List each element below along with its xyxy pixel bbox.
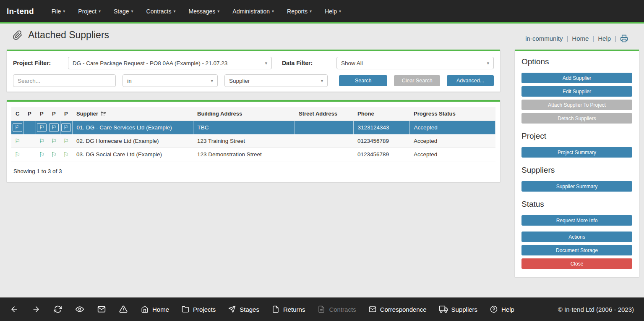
flag-icon[interactable]: ⚐ — [37, 123, 47, 132]
table-row[interactable]: ⚐ ⚐ ⚐ ⚐ 02. DG Homecare Ltd (Example) 12… — [11, 134, 495, 148]
flag-icon[interactable]: ⚐ — [51, 138, 57, 144]
bottom-nav-label: Home — [152, 306, 169, 313]
alerts-button[interactable] — [119, 305, 128, 313]
project-filter-select[interactable]: DG - Care Package Request - PO8 0AA (Exa… — [68, 57, 272, 69]
search-field-value: Supplier — [229, 78, 250, 84]
advanced-search-button[interactable]: Advanced... — [447, 75, 494, 86]
flag-icon[interactable]: ⚐ — [39, 138, 44, 144]
arrow-left-icon — [10, 305, 18, 313]
flag-icon[interactable]: ⚐ — [61, 123, 71, 132]
col-header-progress-status[interactable]: Progress Status — [409, 107, 495, 121]
bottom-nav-label: Returns — [283, 306, 305, 313]
flag-icon[interactable]: ⚐ — [63, 151, 69, 158]
request-more-info-button[interactable]: Request More Info — [521, 215, 632, 226]
project-filter-label: Project Filter: — [13, 60, 68, 66]
flag-icon[interactable]: ⚐ — [15, 151, 20, 158]
menu-contracts[interactable]: Contracts▾ — [146, 8, 176, 15]
bottom-nav-label: Projects — [193, 306, 216, 313]
view-button[interactable] — [76, 305, 84, 313]
eye-icon — [76, 305, 84, 313]
bottom-nav-label: Correspondence — [380, 306, 427, 313]
bottom-nav-suppliers[interactable]: Suppliers — [439, 305, 478, 313]
menu-reports[interactable]: Reports▾ — [287, 8, 312, 15]
bottom-nav-projects[interactable]: Projects — [182, 305, 216, 313]
project-summary-button[interactable]: Project Summary — [521, 147, 632, 158]
bottom-nav-contracts[interactable]: Contracts — [318, 305, 356, 313]
divider: | — [592, 35, 594, 42]
flag-icon[interactable]: ⚐ — [51, 151, 57, 158]
document-storage-button[interactable]: Document Storage — [521, 245, 632, 255]
top-menu-bar: In-tend File▾ Project▾ Stage▾ Contracts▾… — [0, 0, 644, 24]
actions-button[interactable]: Actions — [521, 232, 632, 242]
flag-icon[interactable]: ⚐ — [63, 138, 69, 144]
filter-panel: Project Filter: DG - Care Package Reques… — [7, 50, 500, 92]
bottom-nav-returns[interactable]: Returns — [272, 305, 305, 313]
mail-button[interactable] — [97, 305, 106, 313]
attach-supplier-button[interactable]: Attach Supplier To Project — [521, 100, 632, 110]
bottom-nav-correspondence[interactable]: Correspondence — [369, 305, 427, 313]
col-header-street-address[interactable]: Street Address — [295, 107, 353, 121]
divider: | — [615, 35, 616, 42]
back-button[interactable] — [10, 305, 18, 313]
search-field-select[interactable]: Supplier ▾ — [224, 74, 328, 87]
chevron-down-icon: ▾ — [173, 9, 175, 13]
col-header-p4: P — [60, 107, 72, 121]
close-button[interactable]: Close — [521, 258, 632, 269]
data-filter-label: Data Filter: — [282, 60, 336, 66]
link-in-community[interactable]: in-community — [525, 35, 563, 42]
bottom-nav-stages[interactable]: Stages — [228, 305, 259, 313]
data-filter-value: Show All — [341, 60, 363, 66]
bottom-nav-home[interactable]: Home — [141, 305, 169, 313]
options-heading: Options — [521, 57, 632, 66]
bottom-nav-label: Suppliers — [451, 306, 478, 313]
menu-administration[interactable]: Administration▾ — [232, 8, 274, 15]
cell-phone: 3123124343 — [353, 121, 409, 134]
table-row[interactable]: ⚐ ⚐ ⚐ ⚐ 01. DG - Care Services Ltd (Exam… — [11, 121, 495, 134]
menu-help[interactable]: Help▾ — [325, 8, 341, 15]
add-supplier-button[interactable]: Add Supplier — [521, 73, 632, 83]
refresh-button[interactable] — [54, 305, 62, 313]
flag-icon[interactable]: ⚐ — [15, 138, 20, 144]
link-home[interactable]: Home — [572, 35, 589, 42]
link-help[interactable]: Help — [598, 35, 611, 42]
flag-icon[interactable]: ⚐ — [39, 151, 44, 158]
chevron-down-icon: ▾ — [265, 61, 267, 66]
menu-stage[interactable]: Stage▾ — [114, 8, 133, 15]
col-header-supplier[interactable]: Supplier — [72, 107, 193, 121]
help-circle-icon — [490, 305, 498, 313]
cell-building-address: TBC — [193, 121, 295, 134]
search-in-select[interactable]: in ▾ — [123, 74, 218, 87]
supplier-summary-button[interactable]: Supplier Summary — [521, 181, 632, 192]
menu-label: Administration — [232, 8, 270, 15]
col-header-phone[interactable]: Phone — [353, 107, 409, 121]
divider: | — [566, 35, 568, 42]
col-header-building-address[interactable]: Building Address — [193, 107, 295, 121]
search-button[interactable]: Search — [339, 75, 387, 86]
cell-progress-status: Accepted — [409, 148, 495, 161]
menu-file[interactable]: File▾ — [52, 8, 65, 15]
search-input[interactable] — [13, 74, 116, 87]
cell-building-address: 123 Demonstration Street — [193, 148, 295, 161]
data-filter-select[interactable]: Show All ▾ — [336, 57, 494, 69]
bottom-nav-help[interactable]: Help — [490, 305, 514, 313]
table-header-row: C P P P P Supplier Building Address Stre… — [11, 107, 495, 121]
col-header-c: C — [11, 107, 23, 121]
flag-icon[interactable]: ⚐ — [49, 123, 59, 132]
print-button[interactable] — [620, 34, 628, 42]
paper-plane-icon — [228, 305, 236, 313]
flag-icon[interactable]: ⚐ — [13, 123, 22, 132]
menu-project[interactable]: Project▾ — [78, 8, 101, 15]
detach-suppliers-button[interactable]: Detach Suppliers — [521, 113, 632, 124]
bottom-toolbar: Home Projects Stages Returns Contracts C… — [0, 297, 644, 321]
home-icon — [141, 305, 149, 313]
menu-label: Contracts — [146, 8, 172, 15]
truck-icon — [439, 305, 448, 313]
menu-messages[interactable]: Messages▾ — [189, 8, 220, 15]
cell-street-address — [295, 148, 353, 161]
forward-button[interactable] — [32, 305, 40, 313]
table-row[interactable]: ⚐ ⚐ ⚐ ⚐ 03. DG Social Care Ltd (Example)… — [11, 148, 495, 161]
refresh-icon — [54, 305, 62, 313]
edit-supplier-button[interactable]: Edit Supplier — [521, 86, 632, 97]
clear-search-button[interactable]: Clear Search — [394, 75, 440, 86]
chevron-down-icon: ▾ — [211, 78, 213, 84]
